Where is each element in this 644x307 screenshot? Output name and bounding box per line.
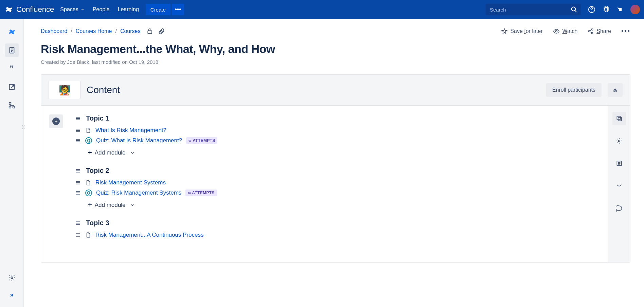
drag-handle-icon[interactable] [75,168,81,174]
svg-point-14 [555,30,557,32]
module-row: QQuiz: What Is Risk Management?∞ ATTEMPT… [75,137,600,144]
help-icon[interactable] [588,5,596,14]
chevron-down-icon [130,150,135,155]
save-for-later[interactable]: Save for later [501,28,542,34]
rail-confluence-icon[interactable] [5,25,19,39]
create-button[interactable]: Create [146,4,171,15]
module-row: Risk Management...A Continuous Process [75,232,600,238]
plus-circle-icon: + [52,118,60,125]
restrictions-icon[interactable] [146,28,153,35]
drag-handle-icon[interactable] [75,115,81,122]
module-link[interactable]: Risk Management...A Continuous Process [95,232,203,238]
side-comment-icon[interactable] [612,201,626,215]
rail-space-settings-icon[interactable] [5,271,19,285]
chevron-down-icon [130,203,135,207]
svg-point-17 [592,32,593,34]
user-avatar[interactable] [630,5,640,14]
attempts-badge: ∞ ATTEMPTS [186,137,217,144]
module-row: QQuiz: Risk Management Systems∞ ATTEMPTS [75,189,600,196]
nav-learning[interactable]: Learning [118,6,139,13]
primary-nav: Spaces People Learning [60,6,139,13]
add-module-button[interactable]: +Add module [88,201,600,209]
side-smile-icon[interactable] [612,179,626,193]
svg-point-15 [592,29,593,30]
rail-quote-icon[interactable]: ” [5,62,19,75]
search-input[interactable] [486,4,581,15]
rail-tree-icon[interactable] [5,98,19,112]
share-button[interactable]: Share [588,28,611,34]
panel-side-rail [608,106,630,262]
drag-handle-icon[interactable] [75,180,81,186]
attempts-badge: ∞ ATTEMPTS [185,189,217,196]
rail-page-icon[interactable] [5,43,19,57]
svg-rect-13 [148,31,152,33]
settings-icon[interactable] [602,5,610,14]
side-copy-icon[interactable] [612,112,626,125]
topic-block: Topic 1What Is Risk Management?QQuiz: Wh… [75,114,600,157]
topic-block: Topic 2Risk Management SystemsQQuiz: Ris… [75,167,600,209]
confluence-icon [4,5,14,14]
topic-title: Topic 1 [86,114,109,122]
content-panel: 🧑‍🏫 Content Enroll participants + Topic … [41,74,630,263]
drag-handle-icon[interactable] [75,127,81,133]
main-content: Dashboard / Courses Home / Courses [24,19,644,307]
svg-point-46 [618,140,620,142]
breadcrumb-row: Dashboard / Courses Home / Courses [41,27,630,35]
notifications-icon[interactable] [616,5,624,14]
share-icon [588,28,594,34]
svg-rect-45 [617,116,620,120]
add-module-button[interactable]: +Add module [88,149,600,157]
nav-spaces[interactable]: Spaces [60,6,84,13]
chevron-double-up-icon [612,87,618,93]
drag-handle-icon[interactable] [75,138,81,144]
top-icon-row [588,5,640,14]
module-link[interactable]: What Is Risk Management? [95,127,166,134]
add-topic-button[interactable]: + [49,114,63,128]
panel-title: Content [87,85,540,95]
module-link[interactable]: Quiz: Risk Management Systems [96,189,181,196]
side-list-icon[interactable] [612,157,626,170]
svg-line-18 [590,30,592,31]
rail-expand-icon[interactable]: » [5,288,19,302]
bc-dashboard[interactable]: Dashboard [41,28,67,34]
watch-button[interactable]: Watch [553,28,578,35]
left-rail: ” ⠿ » [0,19,24,307]
svg-line-1 [575,11,576,12]
drag-handle-icon[interactable] [75,190,81,196]
module-row: Risk Management Systems [75,179,600,186]
module-link[interactable]: Risk Management Systems [95,179,166,186]
enroll-participants-button[interactable]: Enroll participants [546,83,602,97]
svg-point-3 [591,11,592,12]
rail-shortcut-icon[interactable] [5,80,19,94]
quiz-icon: Q [85,137,92,144]
brand-label: Confluence [16,5,54,14]
create-more-button[interactable]: ••• [172,4,184,15]
eye-icon [553,28,560,35]
nav-people[interactable]: People [93,6,110,13]
panel-header: 🧑‍🏫 Content Enroll participants [41,75,630,106]
svg-rect-9 [9,103,11,105]
more-actions-button[interactable]: ••• [621,27,630,35]
page-title: Risk Management...the What, Why, and How [41,42,630,56]
svg-rect-10 [13,106,15,108]
svg-point-0 [572,7,576,11]
bc-courses[interactable]: Courses [120,28,141,34]
collapse-all-button[interactable] [608,83,623,97]
chevron-down-icon [80,7,85,12]
module-link[interactable]: Quiz: What Is Risk Management? [96,137,182,144]
page-icon [85,180,91,186]
breadcrumb: Dashboard / Courses Home / Courses [41,28,140,34]
star-icon [501,28,507,34]
bc-courses-home[interactable]: Courses Home [76,28,112,34]
attachments-icon[interactable] [158,28,165,35]
drag-handle-icon[interactable] [75,232,81,238]
plus-icon: + [88,201,92,209]
svg-line-19 [590,32,592,33]
side-settings-icon[interactable] [612,134,626,148]
page-icon [85,232,91,238]
page-subtitle: Created by Joe Black, last modified on O… [41,59,630,65]
topic-block: Topic 3Risk Management...A Continuous Pr… [75,219,600,238]
confluence-logo[interactable]: Confluence [4,5,54,14]
drag-handle-icon[interactable] [75,220,81,226]
svg-rect-44 [618,118,621,121]
